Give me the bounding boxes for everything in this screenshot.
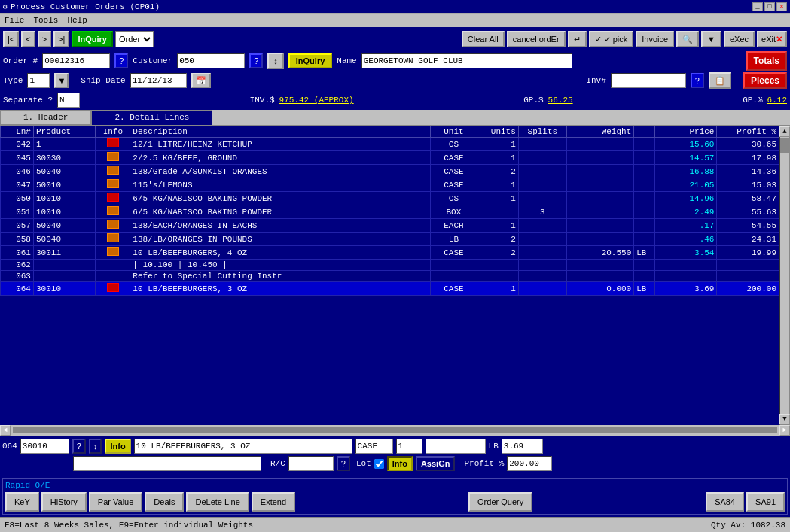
scroll-down-arrow[interactable]: ▼ — [779, 414, 790, 424]
scroll-up-arrow[interactable]: ▲ — [779, 126, 790, 137]
inquiry-button[interactable]: InQuiry — [72, 31, 113, 47]
extend-button[interactable]: Extend — [252, 492, 295, 512]
history-button[interactable]: HiStory — [41, 492, 87, 512]
detail-info-active-btn[interactable]: Info — [387, 456, 413, 471]
inv-input[interactable] — [611, 73, 686, 88]
app-icon: ⚙ — [3, 2, 8, 11]
cell-info — [96, 246, 130, 260]
undo-button[interactable]: ↵ — [568, 31, 587, 47]
calendar-button[interactable]: 📅 — [191, 73, 211, 88]
nav-prev-button[interactable]: < — [21, 31, 35, 47]
table-row[interactable]: 063 Refer to Special Cutting Instr — [1, 271, 779, 282]
deals-button[interactable]: Deals — [145, 492, 184, 512]
table-row[interactable]: 046 50040 138/Grade A/SUNKIST ORANGES CA… — [1, 165, 779, 178]
menu-tools[interactable]: Tools — [33, 16, 58, 25]
rc-input[interactable] — [288, 456, 334, 471]
type-input[interactable] — [27, 73, 50, 88]
exec-button[interactable]: eXec — [724, 31, 755, 47]
key-button[interactable]: KeY — [5, 492, 39, 512]
type-dropdown-button[interactable]: ▼ — [54, 73, 69, 88]
cell-units: 2 — [477, 233, 518, 246]
separate-input[interactable] — [57, 93, 80, 108]
dropdown-arrow-button[interactable]: ▼ — [701, 31, 721, 47]
par-value-button[interactable]: Par Value — [89, 492, 143, 512]
nav-last-button[interactable]: >| — [53, 31, 69, 47]
pick-button[interactable]: ✓ ✓ pick — [589, 31, 634, 47]
inv-action-button[interactable]: 📋 — [709, 72, 731, 89]
totals-button[interactable]: Totals — [746, 51, 787, 71]
detail-extra-input[interactable] — [73, 456, 261, 471]
detail-desc-input[interactable] — [134, 439, 352, 454]
cell-unit: EACH — [430, 219, 477, 233]
table-row[interactable]: 050 10010 6/5 KG/NABISCO BAKING POWDER C… — [1, 192, 779, 205]
search-button[interactable]: 🔍 — [676, 31, 699, 47]
cell-weight: 20.550 — [566, 246, 633, 260]
table-row[interactable]: 057 50040 138/EACH/ORANGES IN EACHS EACH… — [1, 219, 779, 233]
table-row[interactable]: 064 30010 10 LB/BEEFBURGERS, 3 OZ CASE 1… — [1, 282, 779, 296]
order-query-button[interactable]: Order Query — [468, 492, 532, 512]
horizontal-scrollbar[interactable]: ◄ ► — [0, 425, 790, 436]
detail-weight-input[interactable] — [426, 439, 486, 454]
detail-product-action-btn[interactable]: ↕ — [89, 439, 102, 454]
table-row[interactable]: 051 10010 6/5 KG/NABISCO BAKING POWDER B… — [1, 205, 779, 219]
sa91-button[interactable]: SA91 — [746, 492, 785, 512]
order-type-select[interactable]: Order — [115, 31, 154, 47]
assign-button[interactable]: AssiGn — [416, 456, 456, 471]
customer-info-button[interactable]: ? — [249, 53, 263, 68]
detail-product-info-btn[interactable]: ? — [72, 439, 86, 454]
cell-info — [96, 271, 130, 282]
tab-header[interactable]: 1. Header — [0, 110, 91, 125]
clear-all-button[interactable]: Clear All — [462, 31, 505, 47]
scroll-thumb[interactable] — [780, 138, 789, 153]
detail-units-input[interactable] — [396, 439, 422, 454]
cell-wu — [634, 151, 655, 165]
cell-ln: 046 — [1, 165, 34, 178]
menu-file[interactable]: File — [5, 16, 24, 25]
vertical-scrollbar[interactable]: ▲ ▼ — [779, 126, 790, 425]
profit-input[interactable] — [507, 456, 552, 471]
table-row[interactable]: 058 50040 138/LB/ORANGES IN POUNDS LB 2 … — [1, 233, 779, 246]
customer-input[interactable] — [177, 53, 245, 68]
nav-first-button[interactable]: |< — [3, 31, 19, 47]
table-row[interactable]: 047 50010 115's/LEMONS CASE 1 21.05 15.0… — [1, 178, 779, 192]
sa84-button[interactable]: SA84 — [706, 492, 744, 512]
pieces-button[interactable]: Pieces — [743, 72, 787, 89]
maximize-button[interactable]: □ — [764, 2, 775, 11]
info-yellow-button[interactable]: InQuiry — [288, 53, 333, 68]
order-input[interactable] — [42, 53, 110, 68]
profit-label: Profit % — [464, 459, 504, 468]
inv-info-button[interactable]: ? — [691, 73, 704, 88]
cell-ln: 047 — [1, 178, 34, 192]
table-row[interactable]: 042 1 12/1 LITRE/HEINZ KETCHUP CS 1 15.6… — [1, 138, 779, 151]
detail-info-button[interactable]: Info — [105, 439, 130, 454]
detail-price-input[interactable] — [502, 439, 543, 454]
tab-detail-lines[interactable]: 2. Detail Lines — [91, 110, 212, 125]
scroll-left-arrow[interactable]: ◄ — [0, 425, 11, 436]
order-info-button[interactable]: ? — [114, 53, 128, 68]
delete-line-button[interactable]: DeLete Line — [186, 492, 249, 512]
exit-button[interactable]: eXit ✕ — [757, 31, 787, 47]
detail-product-input[interactable] — [20, 439, 69, 454]
minimize-button[interactable]: _ — [752, 2, 763, 11]
customer-action-button[interactable]: ↕ — [267, 53, 284, 69]
ship-date-input[interactable] — [130, 73, 187, 88]
table-row[interactable]: 062 | 10.100 | 10.450 | — [1, 260, 779, 271]
close-button[interactable]: ✕ — [776, 2, 787, 11]
rc-info-btn[interactable]: ? — [337, 456, 350, 471]
menu-help[interactable]: Help — [67, 16, 87, 25]
cell-product — [33, 271, 95, 282]
table-row[interactable]: 045 30030 2/2.5 KG/BEEF, GROUND CASE 1 1… — [1, 151, 779, 165]
cancel-order-button[interactable]: cancel ordEr — [507, 31, 566, 47]
invoice-button[interactable]: Invoice — [636, 31, 674, 47]
cell-info — [96, 165, 130, 178]
folder-icon — [107, 220, 119, 229]
lot-checkbox[interactable] — [374, 459, 384, 469]
detail-unit-input[interactable] — [355, 439, 393, 454]
nav-next-button[interactable]: > — [38, 31, 51, 47]
col-header-desc: Description — [130, 126, 431, 138]
scroll-right-arrow[interactable]: ► — [779, 425, 790, 436]
name-input[interactable] — [361, 53, 572, 68]
cell-wu — [634, 260, 655, 271]
table-row[interactable]: 061 30011 10 LB/BEEFBURGERS, 4 OZ CASE 2… — [1, 246, 779, 260]
cell-product: 50040 — [33, 165, 95, 178]
